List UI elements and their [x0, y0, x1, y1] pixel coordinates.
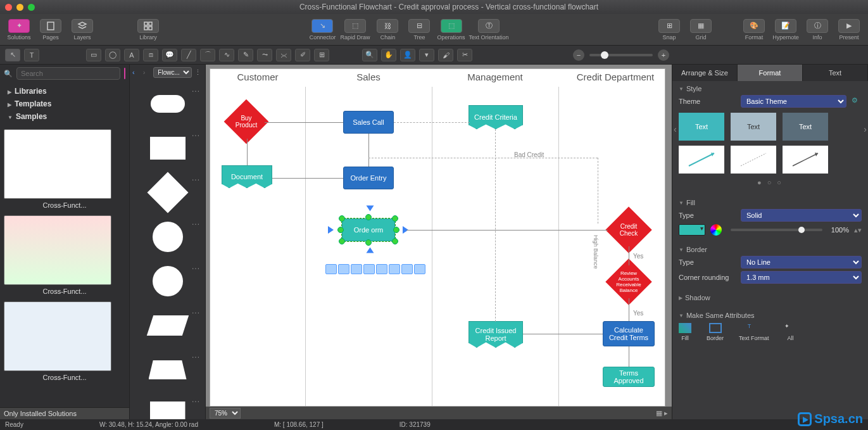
present-button[interactable]: ▶Present — [835, 19, 863, 41]
pointer-tool[interactable]: ↖ — [5, 49, 20, 61]
hand-tool[interactable]: ✋ — [381, 49, 396, 61]
sample-thumbnail[interactable]: Cross-Funct... — [4, 301, 125, 381]
theme-settings-icon[interactable]: ⚙ — [852, 96, 862, 106]
shape-decision[interactable] — [134, 172, 201, 213]
connection-arrow-left[interactable] — [328, 226, 334, 234]
palette-back-button[interactable]: ‹ — [132, 68, 141, 76]
theme-card[interactable]: Text — [679, 113, 724, 141]
copy-all-button[interactable]: ✦All — [784, 323, 797, 341]
connection-arrow-up[interactable] — [367, 206, 374, 212]
quick-shapes-bar[interactable] — [324, 263, 427, 275]
theme-select[interactable]: Basic Theme — [741, 95, 846, 108]
polyline-tool[interactable]: ⩙ — [276, 49, 291, 61]
theme-next-button[interactable]: › — [864, 124, 867, 134]
shape-credit-criteria[interactable]: Credit Criteria — [469, 105, 523, 129]
tab-arrange[interactable]: Arrange & Size — [672, 65, 738, 81]
shape-terminator[interactable] — [134, 84, 201, 124]
curve-tool[interactable]: ∿ — [219, 49, 234, 61]
bucket-tool[interactable]: ▾ — [419, 49, 434, 61]
shape-document[interactable]: Document — [222, 165, 272, 188]
libraries-node[interactable]: Libraries — [5, 85, 124, 98]
library-button[interactable]: Library — [134, 19, 162, 41]
connector[interactable] — [406, 230, 608, 231]
hypernote-button[interactable]: 📝Hypernote — [772, 19, 800, 41]
theme-card[interactable] — [783, 146, 828, 174]
copy-text-button[interactable]: TText Format — [739, 323, 769, 341]
border-type-select[interactable]: No Line — [741, 256, 862, 269]
close-window-button[interactable] — [5, 4, 12, 11]
make-same-section-header[interactable]: Make Same Attributes — [679, 312, 862, 319]
tab-text[interactable]: Text — [803, 65, 868, 81]
operations-button[interactable]: ⬚Operations — [437, 19, 465, 41]
eyedropper-tool[interactable]: 👤 — [400, 49, 415, 61]
theme-pager[interactable]: ● ○ ○ — [679, 179, 862, 186]
zoom-out-button[interactable]: − — [573, 49, 584, 61]
search-input[interactable] — [16, 67, 120, 80]
connector-button[interactable]: ↘Connector — [308, 19, 336, 41]
opacity-stepper[interactable]: ▴▾ — [854, 226, 862, 234]
connector[interactable] — [629, 298, 629, 321]
shape-document[interactable] — [134, 394, 201, 419]
border-section-header[interactable]: Border — [679, 246, 862, 253]
connector-dashed[interactable] — [598, 158, 598, 224]
templates-node[interactable]: Templates — [5, 98, 124, 110]
bezier-tool[interactable]: ⤳ — [257, 49, 272, 61]
shape-buy-product[interactable]: Buy Product — [224, 99, 269, 144]
ellipse-tool[interactable]: ◯ — [105, 49, 120, 61]
copy-border-button[interactable]: Border — [707, 323, 724, 341]
connector[interactable] — [523, 334, 603, 334]
shape-terms-approved[interactable]: Terms Approved — [603, 367, 655, 387]
grid-button[interactable]: ▦Grid — [687, 19, 715, 41]
palette-menu-button[interactable]: ⋮ — [194, 68, 203, 77]
fill-color-swatch[interactable] — [679, 224, 705, 236]
zoom-tool[interactable]: 🔍 — [362, 49, 377, 61]
shape-order-form-selected[interactable]: Orde orm — [342, 218, 395, 241]
style-section-header[interactable]: Style — [679, 85, 862, 92]
zoom-slider[interactable]: − + — [573, 49, 669, 61]
fill-type-select[interactable]: Solid — [741, 209, 862, 222]
shape-order-entry[interactable]: Order Entry — [343, 167, 394, 189]
text-tool[interactable]: T — [24, 49, 39, 61]
connector-dashed[interactable] — [394, 122, 470, 123]
palette-library-select[interactable]: Flowc... — [153, 67, 192, 78]
layers-button[interactable]: Layers — [68, 19, 96, 41]
samples-node[interactable]: Samples — [5, 110, 124, 123]
zoom-in-button[interactable]: + — [658, 49, 669, 61]
line-tool[interactable]: ╱ — [181, 49, 196, 61]
arc-tool[interactable]: ⌒ — [200, 49, 215, 61]
solutions-button[interactable]: ✦Solutions — [5, 19, 33, 41]
tab-format[interactable]: Format — [738, 65, 803, 81]
format-tool-button[interactable]: 🎨Format — [740, 19, 768, 41]
shape-sales-call[interactable]: Sales Call — [343, 111, 394, 134]
info-button[interactable]: ⓘInfo — [803, 19, 831, 41]
pages-button[interactable]: Pages — [37, 19, 65, 41]
page[interactable]: Customer Sales Management Credit Departm… — [210, 68, 665, 407]
minimize-window-button[interactable] — [16, 4, 23, 11]
connector[interactable] — [629, 246, 629, 265]
crop-tool[interactable]: ✂ — [457, 49, 472, 61]
shape-process[interactable] — [134, 128, 201, 168]
table-tool[interactable]: ⊞ — [314, 49, 329, 61]
shape-calculate-terms[interactable]: Calculate Credit Terms — [603, 321, 655, 346]
color-picker-button[interactable] — [710, 224, 722, 236]
rect-tool[interactable]: ▭ — [86, 49, 101, 61]
solutions-filter-button[interactable] — [124, 68, 125, 79]
brush-tool[interactable]: 🖌 — [438, 49, 453, 61]
connection-arrow-down[interactable] — [367, 248, 374, 253]
chain-button[interactable]: ⛓Chain — [374, 19, 401, 41]
theme-card[interactable] — [731, 146, 776, 174]
opacity-slider[interactable] — [731, 229, 822, 231]
theme-prev-button[interactable]: ‹ — [674, 124, 677, 134]
theme-card[interactable] — [679, 146, 724, 174]
pen-tool[interactable]: ✎ — [238, 49, 253, 61]
snap-button[interactable]: ⊞Snap — [655, 19, 683, 41]
only-installed-toggle[interactable]: Only Installed Solutions — [0, 407, 129, 419]
maximize-window-button[interactable] — [28, 4, 35, 11]
rapid-draw-button[interactable]: ⬚Rapid Draw — [340, 19, 370, 41]
palette-forward-button[interactable]: › — [143, 68, 151, 76]
connector[interactable] — [272, 178, 343, 179]
sample-thumbnail[interactable]: Cross-Funct... — [4, 215, 125, 295]
connector-dashed[interactable] — [368, 158, 598, 158]
connector[interactable] — [247, 139, 248, 165]
shape-connector[interactable] — [134, 217, 201, 257]
